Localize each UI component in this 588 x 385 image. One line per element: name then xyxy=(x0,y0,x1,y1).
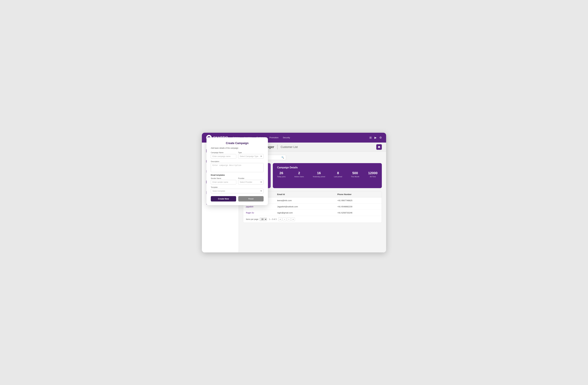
last-joined-num: 8 xyxy=(337,171,339,175)
cell-email-0: teena@info.com xyxy=(274,197,335,203)
modal-buttons: Create Now Reset xyxy=(211,196,264,202)
campaign-details-title: Campaign Details xyxy=(277,166,378,169)
pagination-controls: « ‹ › » xyxy=(278,217,295,221)
stat-this-month: 500 This Month xyxy=(351,171,359,178)
reset-button[interactable]: Reset xyxy=(238,196,264,202)
col-phone: Phone Number xyxy=(335,191,382,198)
description-textarea[interactable] xyxy=(211,163,264,172)
last-page-button[interactable]: » xyxy=(291,217,295,221)
cell-phone-2: +91 6258733246 xyxy=(335,210,382,216)
nav-right: ⊞ ▶ ⚙ xyxy=(369,136,382,139)
form-group-type: Type Select Campaign TypeEmailSMSWhatsAp… xyxy=(238,152,264,159)
campaign-stats: 26 Today joins 2 Active Users 16 Yesterd… xyxy=(277,171,378,178)
col-email: Email Id xyxy=(274,191,335,198)
modal-subtitle: Add basic details of the campaign xyxy=(211,147,264,149)
template-label: Template xyxy=(211,186,264,188)
form-row-template: Template Select templateTemplate ATempla… xyxy=(211,186,264,193)
campaign-details-card: Campaign Details 26 Today joins 2 Active… xyxy=(273,163,382,188)
per-page-dropdown[interactable]: 102550 xyxy=(260,218,267,221)
form-row-sender-provider: Sender Name Provider Select ProviderSend… xyxy=(211,177,264,184)
search-icon: 🔍 xyxy=(281,156,284,159)
yesterday-joined-num: 16 xyxy=(317,171,321,175)
stat-today-joins: 26 Today joins xyxy=(277,171,286,178)
create-now-button[interactable]: Create Now xyxy=(211,196,236,202)
form-group-sender-name: Sender Name xyxy=(211,177,236,184)
cell-email-1: Jagadish@outlook.com xyxy=(274,203,335,210)
play-icon[interactable]: ▶ xyxy=(375,136,377,139)
form-group-campaign-name: Campaign Name xyxy=(211,152,236,159)
first-page-button[interactable]: « xyxy=(278,217,282,221)
stat-last-joined: 8 Last joined xyxy=(334,171,342,178)
email-templates-label: Email templates xyxy=(211,174,264,176)
pagination-row: Items per page: 102550 1 – 3 of 3 « ‹ › … xyxy=(243,216,382,223)
form-group-description: Description xyxy=(211,161,264,172)
nav-promotion[interactable]: Promotion xyxy=(270,136,278,139)
cell-name-2[interactable]: Ragin Sv xyxy=(243,210,274,216)
this-month-label: This Month xyxy=(351,176,359,178)
create-campaign-modal: Create Campaign Add basic details of the… xyxy=(207,137,268,205)
cell-phone-0: +91 9567748825 xyxy=(335,197,382,203)
form-row-name-type: Campaign Name Type Select Campaign TypeE… xyxy=(211,152,264,159)
campaign-name-label: Campaign Name xyxy=(211,152,236,153)
yesterday-joined-label: Yesterday joined xyxy=(313,176,325,178)
stat-active-users: 2 Active Users xyxy=(294,171,304,178)
grid-icon[interactable]: ⊞ xyxy=(369,136,372,139)
sender-name-input[interactable] xyxy=(211,180,236,184)
breadcrumb-subtitle: Customer List xyxy=(281,145,298,149)
stat-yesterday-joined: 16 Yesterday joined xyxy=(313,171,325,178)
cell-phone-1: +91 6548882230 xyxy=(335,203,382,210)
form-row-description: Description xyxy=(211,161,264,172)
provider-select[interactable]: Select ProviderSendGridMailchimpAWS SES xyxy=(238,180,264,184)
description-label: Description xyxy=(211,161,264,162)
template-select[interactable]: Select templateTemplate ATemplate B xyxy=(211,189,264,193)
all-time-label: All Time xyxy=(370,176,376,178)
per-page-label: Items per page: xyxy=(246,218,259,220)
table-row: Ragin Sv ragin@gmail.com +91 6258733246 xyxy=(243,210,382,216)
stat-all-time: 12000 All Time xyxy=(368,171,378,178)
today-joins-num: 26 xyxy=(279,171,283,175)
cell-email-2: ragin@gmail.com xyxy=(274,210,335,216)
modal-overlay: Create Campaign Add basic details of the… xyxy=(207,137,268,205)
nav-security[interactable]: Security xyxy=(283,136,290,139)
home-button[interactable] xyxy=(376,144,382,150)
this-month-num: 500 xyxy=(352,171,358,175)
active-users-label: Active Users xyxy=(294,176,304,178)
next-page-button[interactable]: › xyxy=(287,217,291,221)
type-label: Type xyxy=(238,152,264,153)
per-page-select: Items per page: 102550 xyxy=(246,218,267,221)
form-group-template: Template Select templateTemplate ATempla… xyxy=(211,186,264,193)
today-joins-label: Today joins xyxy=(277,176,286,178)
last-joined-label: Last joined xyxy=(334,176,342,178)
campaign-name-input[interactable] xyxy=(211,154,236,159)
provider-label: Provider xyxy=(238,177,264,179)
active-users-num: 2 xyxy=(298,171,300,175)
breadcrumb-separator xyxy=(277,145,278,149)
sender-name-label: Sender Name xyxy=(211,177,236,179)
modal-title: Create Campaign xyxy=(211,142,264,145)
type-select[interactable]: Select Campaign TypeEmailSMSWhatsAppPush xyxy=(238,154,264,159)
page-info: 1 – 3 of 3 xyxy=(269,218,276,220)
app-wrapper: SKARTIO Catalog Inventory Customer Promo… xyxy=(202,133,386,252)
all-time-num: 12000 xyxy=(368,171,378,175)
form-group-provider: Provider Select ProviderSendGridMailchim… xyxy=(238,177,264,184)
prev-page-button[interactable]: ‹ xyxy=(283,217,286,221)
settings-icon[interactable]: ⚙ xyxy=(379,136,382,139)
